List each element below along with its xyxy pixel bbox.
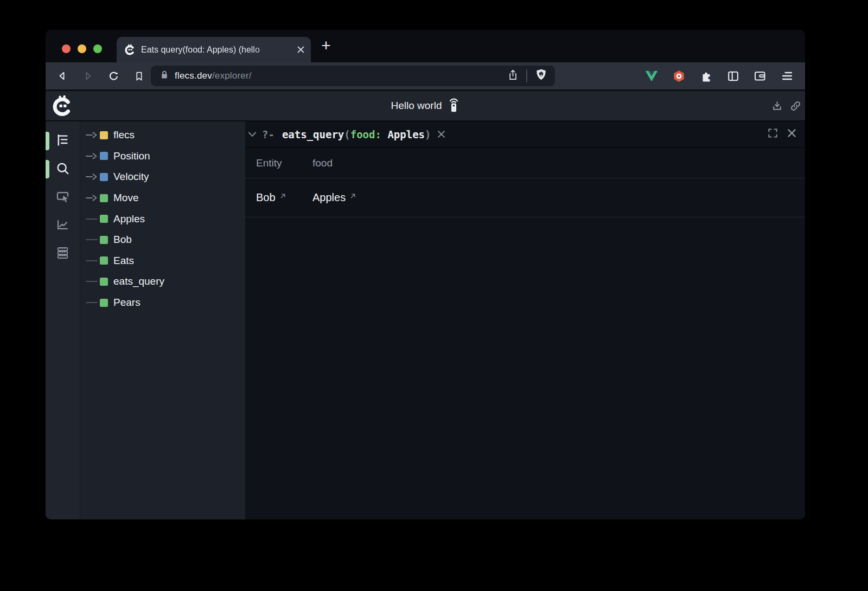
sidebar-toggle-icon[interactable]	[726, 69, 740, 83]
open-entity-arrow-icon[interactable]	[349, 192, 356, 200]
search-panel-button[interactable]	[55, 161, 71, 176]
back-button[interactable]	[56, 69, 69, 82]
tab-title: Eats query(food: Apples) (hello	[141, 45, 294, 55]
entity-color-swatch	[100, 256, 108, 265]
tree-item-label: Position	[113, 150, 150, 162]
close-window-button[interactable]	[62, 44, 71, 53]
browser-window: Eats query(food: Apples) (hello +	[46, 30, 805, 519]
charts-panel-button[interactable]	[55, 217, 71, 232]
entity-color-swatch	[100, 278, 108, 286]
url-text: flecs.dev/explorer/	[175, 70, 252, 81]
fullscreen-icon[interactable]	[768, 128, 778, 140]
close-panel-icon[interactable]	[787, 129, 796, 140]
zoom-window-button[interactable]	[93, 44, 102, 53]
flecs-favicon-icon	[124, 44, 136, 55]
tree-connector	[86, 299, 100, 306]
browser-tab[interactable]: Eats query(food: Apples) (hello	[117, 37, 311, 62]
active-panel-indicator	[46, 160, 49, 178]
entity-color-swatch	[100, 152, 108, 160]
entity-color-swatch	[100, 131, 108, 139]
result-table-header: Entity food	[245, 148, 805, 178]
hexagon-extension-icon[interactable]	[672, 69, 686, 83]
entity-link[interactable]: Bob	[256, 191, 276, 204]
query-expression[interactable]: eats_query(food: Apples)	[282, 129, 431, 140]
clear-query-icon[interactable]	[437, 130, 445, 138]
app-header: Hello world	[46, 91, 805, 120]
brave-shield-icon[interactable]	[535, 68, 547, 84]
tree-item[interactable]: Position	[80, 146, 245, 167]
column-header: Entity	[256, 157, 312, 169]
vue-devtools-icon[interactable]	[644, 69, 659, 83]
tree-item[interactable]: Move	[80, 188, 245, 209]
tree-item-label: Apples	[113, 213, 145, 225]
url-path: /explorer/	[212, 70, 252, 81]
entity-color-swatch	[100, 299, 108, 307]
bookmark-icon[interactable]	[132, 69, 145, 82]
tree-item[interactable]: Bob	[80, 229, 245, 250]
tree-item[interactable]: flecs	[80, 125, 245, 146]
expand-arrow-icon[interactable]	[86, 194, 100, 202]
result-table-row: Bob Apples	[245, 178, 805, 217]
lock-icon	[160, 70, 169, 82]
tree-item-label: Pears	[113, 297, 141, 309]
open-entity-arrow-icon[interactable]	[279, 192, 286, 200]
tree-item[interactable]: eats_query	[80, 271, 245, 292]
entity-tree-panel-button[interactable]	[55, 133, 71, 147]
entity-tree-panel: flecs Position Velocity Move Apples	[80, 121, 245, 519]
browser-navbar: flecs.dev/explorer/	[46, 62, 805, 89]
expand-arrow-icon[interactable]	[86, 131, 100, 139]
column-header: food	[312, 157, 805, 169]
world-title: Hello world	[391, 100, 442, 112]
link-icon[interactable]	[789, 99, 802, 112]
wallet-icon[interactable]	[753, 69, 767, 83]
collapse-chevron-icon[interactable]	[248, 130, 257, 140]
tree-item-label: Velocity	[113, 171, 149, 183]
extensions-puzzle-icon[interactable]	[699, 69, 713, 83]
tree-connector	[86, 236, 100, 243]
remote-connection-icon[interactable]	[448, 97, 459, 115]
menu-icon[interactable]	[780, 69, 794, 83]
new-tab-button[interactable]: +	[317, 36, 335, 56]
minimize-window-button[interactable]	[78, 44, 86, 53]
tables-panel-button[interactable]	[55, 246, 71, 260]
query-prompt: ?-	[262, 129, 275, 140]
tree-item[interactable]: Eats	[80, 250, 245, 272]
tree-connector	[86, 278, 100, 285]
share-icon[interactable]	[507, 69, 519, 83]
panel-icon-rail	[46, 121, 80, 519]
entity-color-swatch	[100, 215, 108, 223]
tree-item[interactable]: Pears	[80, 292, 245, 313]
download-icon[interactable]	[770, 99, 783, 112]
traffic-lights	[62, 44, 102, 53]
tree-item[interactable]: Apples	[80, 208, 245, 229]
address-bar[interactable]: flecs.dev/explorer/	[151, 66, 555, 86]
expand-arrow-icon[interactable]	[86, 152, 100, 160]
tree-item-label: Bob	[113, 234, 132, 246]
tree-connector	[86, 257, 100, 265]
browser-titlebar: Eats query(food: Apples) (hello +	[46, 30, 805, 62]
entity-link[interactable]: Apples	[312, 191, 346, 204]
forward-button[interactable]	[81, 69, 94, 82]
tab-close-icon[interactable]	[297, 46, 304, 53]
tree-item-label: flecs	[113, 129, 135, 141]
entity-color-swatch	[100, 194, 108, 202]
query-panel: ?- eats_query(food: Apples) Entity food	[245, 121, 805, 519]
tree-connector	[86, 215, 100, 223]
active-panel-indicator	[46, 132, 49, 150]
reload-button[interactable]	[107, 69, 120, 82]
divider	[526, 69, 527, 82]
tree-item-label: Move	[113, 192, 138, 204]
tree-item-label: Eats	[113, 255, 134, 267]
entity-color-swatch	[100, 173, 108, 181]
expand-arrow-icon[interactable]	[86, 173, 100, 181]
tree-item[interactable]: Velocity	[80, 166, 245, 188]
entity-color-swatch	[100, 236, 108, 244]
url-domain: flecs.dev	[175, 70, 212, 81]
inspect-panel-button[interactable]	[55, 189, 71, 204]
extension-icons	[644, 69, 794, 83]
query-header: ?- eats_query(food: Apples)	[245, 121, 805, 148]
tree-item-label: eats_query	[113, 275, 164, 287]
